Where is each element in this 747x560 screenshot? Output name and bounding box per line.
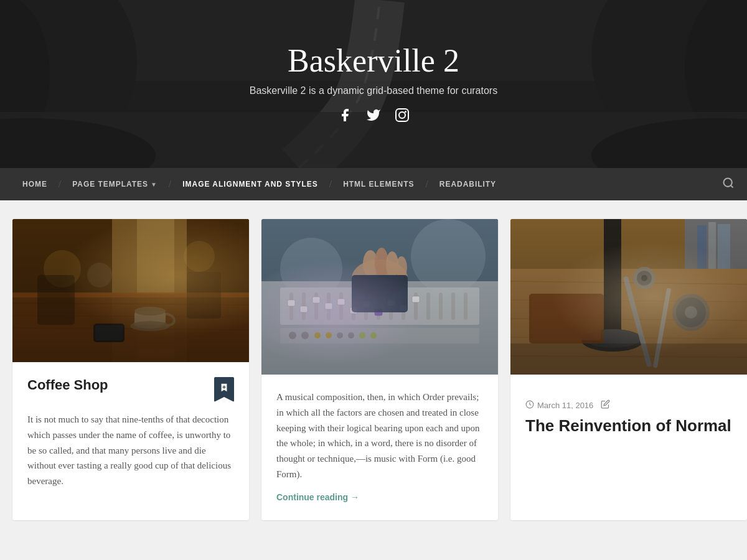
svg-rect-16 <box>12 219 249 362</box>
svg-point-71 <box>375 248 388 278</box>
svg-rect-50 <box>377 292 380 320</box>
post-musical: A musical composition, then, in which Or… <box>261 219 498 520</box>
svg-point-13 <box>405 111 406 113</box>
svg-rect-58 <box>288 300 295 306</box>
svg-rect-48 <box>352 292 355 320</box>
svg-rect-68 <box>412 296 420 302</box>
svg-line-15 <box>731 185 733 187</box>
site-title: Baskerville 2 <box>250 42 497 79</box>
svg-rect-34 <box>95 325 123 340</box>
svg-rect-35 <box>12 219 249 362</box>
svg-line-90 <box>510 356 747 357</box>
svg-rect-31 <box>37 275 75 325</box>
svg-rect-61 <box>325 303 332 309</box>
svg-rect-63 <box>350 307 357 314</box>
nav-sep-1: / <box>57 179 62 190</box>
svg-rect-19 <box>12 294 249 362</box>
svg-rect-59 <box>300 306 308 312</box>
svg-rect-74 <box>352 275 408 312</box>
mixing-board-image <box>261 219 498 375</box>
svg-rect-84 <box>510 219 747 375</box>
svg-point-77 <box>301 332 309 339</box>
svg-point-12 <box>399 112 405 118</box>
dropdown-arrow-icon: ▼ <box>151 181 157 188</box>
nav-home[interactable]: HOME <box>12 168 57 200</box>
svg-rect-108 <box>510 343 747 375</box>
svg-rect-91 <box>604 219 621 343</box>
svg-rect-42 <box>280 287 479 325</box>
coffee-shop-title: Coffee Shop <box>27 377 108 393</box>
nav-readability[interactable]: READABILITY <box>430 168 506 200</box>
musical-body: A musical composition, then, in which Or… <box>261 375 498 520</box>
twitter-icon[interactable] <box>366 108 381 126</box>
search-button[interactable] <box>722 177 735 192</box>
svg-rect-43 <box>289 292 293 320</box>
svg-point-14 <box>724 178 732 186</box>
svg-rect-47 <box>339 292 343 320</box>
svg-rect-33 <box>93 324 125 342</box>
svg-line-89 <box>510 337 747 338</box>
svg-rect-17 <box>112 219 187 362</box>
coffee-shop-body: Coffee Shop It is not much to say that n… <box>12 362 249 506</box>
svg-rect-53 <box>414 292 418 320</box>
svg-rect-55 <box>439 292 443 320</box>
svg-point-82 <box>359 332 365 338</box>
svg-rect-105 <box>697 225 707 269</box>
svg-rect-66 <box>387 300 395 306</box>
facebook-icon[interactable] <box>337 108 352 126</box>
svg-point-76 <box>289 332 296 339</box>
continue-reading-link[interactable]: Continue reading → <box>276 492 359 502</box>
svg-line-23 <box>12 328 249 330</box>
posts-grid: Coffee Shop It is not much to say that n… <box>12 219 735 520</box>
svg-rect-94 <box>529 294 604 343</box>
svg-rect-60 <box>312 297 320 303</box>
reinvention-body: March 11, 2016 The Reinvention of Normal <box>510 375 747 454</box>
nav-sep-4: / <box>424 179 429 190</box>
post-reinvention: March 11, 2016 The Reinvention of Normal <box>510 219 747 520</box>
svg-point-24 <box>134 319 165 329</box>
svg-rect-67 <box>400 305 407 311</box>
svg-line-22 <box>12 315 249 317</box>
svg-rect-18 <box>137 219 174 362</box>
svg-rect-38 <box>261 219 498 375</box>
svg-point-27 <box>130 321 170 331</box>
clock-icon <box>525 400 534 411</box>
main-content: Coffee Shop It is not much to say that n… <box>0 200 747 539</box>
nav-sep-3: / <box>328 179 333 190</box>
edit-icon[interactable] <box>601 399 610 411</box>
svg-rect-32 <box>187 272 221 319</box>
svg-rect-45 <box>314 292 318 320</box>
svg-rect-11 <box>396 109 408 121</box>
nav-image-alignment[interactable]: IMAGE ALIGNMENT AND STYLES <box>172 168 327 200</box>
svg-rect-75 <box>280 328 479 343</box>
svg-point-93 <box>584 329 641 348</box>
coffee-shop-text: It is not much to say that nine-tenths o… <box>27 412 234 489</box>
svg-rect-65 <box>375 309 382 315</box>
site-header: Baskerville 2 Baskerville 2 is a dynamic… <box>0 0 747 168</box>
reinvention-title: The Reinvention of Normal <box>525 416 732 436</box>
svg-point-30 <box>87 263 112 287</box>
svg-point-70 <box>363 250 378 278</box>
svg-point-78 <box>314 332 321 338</box>
bookmark-icon <box>214 377 234 402</box>
svg-point-40 <box>280 238 342 300</box>
reinvention-meta: March 11, 2016 <box>525 399 732 411</box>
coffee-shop-image <box>12 219 249 362</box>
svg-point-97 <box>633 267 655 289</box>
nav-html-elements[interactable]: HTML ELEMENTS <box>333 168 424 200</box>
site-tagline: Baskerville 2 is a dynamic grid-based th… <box>250 85 497 96</box>
svg-rect-44 <box>302 292 306 320</box>
svg-rect-104 <box>685 219 747 269</box>
svg-point-83 <box>370 332 377 338</box>
svg-point-79 <box>326 332 332 338</box>
svg-rect-95 <box>532 297 601 340</box>
nav-page-templates[interactable]: PAGE TEMPLATES ▼ <box>62 168 167 200</box>
svg-rect-51 <box>389 292 393 320</box>
post-date-text: March 11, 2016 <box>537 401 593 410</box>
svg-rect-107 <box>718 224 730 269</box>
svg-line-88 <box>510 319 747 320</box>
social-icons <box>250 108 497 126</box>
instagram-icon[interactable] <box>395 108 410 126</box>
svg-point-80 <box>337 332 343 338</box>
tools-image <box>510 219 747 375</box>
